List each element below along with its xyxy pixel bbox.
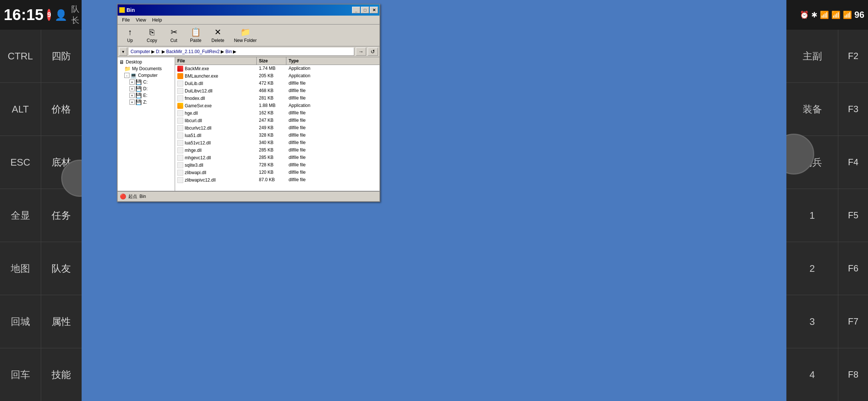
address-go-button[interactable]: → [356, 48, 366, 56]
tree-d[interactable]: + 💾 D: [129, 85, 173, 92]
btn-duiyou[interactable]: 队友 [41, 242, 82, 295]
addr-d[interactable]: D: [156, 49, 160, 54]
tree-mydocs[interactable]: 📁 My Documents [124, 65, 173, 72]
addr-computer[interactable]: Computer [131, 49, 150, 54]
ship-label: 队长 [71, 4, 79, 26]
btn-f4[interactable]: F4 [838, 136, 868, 189]
btn-shuxing[interactable]: 属性 [41, 295, 82, 348]
address-refresh-button[interactable]: ↺ [368, 48, 378, 56]
btn-f3[interactable]: F3 [838, 83, 868, 136]
tree-e-expand[interactable]: + [129, 93, 135, 98]
label-fmodex: fmodex.dll [185, 96, 205, 101]
btn-zhuangbei[interactable]: 装备 [786, 83, 838, 136]
file-row-libcurl12[interactable]: libcurlvc12.dll 249 KB dllfile file [175, 124, 379, 132]
file-name-lua5112: lua51vc12.dll [175, 140, 257, 146]
btn-jineng[interactable]: 技能 [41, 348, 82, 401]
file-row-hge[interactable]: hge.dll 162 KB dllfile file [175, 110, 379, 117]
btn-2[interactable]: 2 [786, 242, 838, 295]
tree-c[interactable]: + 💾 C: [129, 79, 173, 85]
menu-help[interactable]: Help [149, 16, 165, 23]
toolbar-paste-label: Paste [190, 38, 201, 43]
file-row-duilib[interactable]: DuiLib.dll 472 KB dllfile file [175, 80, 379, 87]
toolbar-cut-button[interactable]: ✂ Cut [164, 26, 184, 45]
menu-view[interactable]: View [133, 16, 149, 23]
toolbar-newfolder-button[interactable]: 📁 New Folder [230, 26, 261, 45]
file-row-backmirexe[interactable]: BackMir.exe 1.74 MB Application [175, 65, 379, 72]
btn-f8[interactable]: F8 [838, 348, 868, 401]
file-row-bmlauncher[interactable]: BMLauncher.exe 205 KB Application [175, 72, 379, 80]
tree-desktop-label: Desktop [126, 59, 142, 65]
col-header-name[interactable]: File [175, 57, 257, 65]
tree-computer[interactable]: - 💻 Computer [124, 72, 173, 79]
btn-renwu[interactable]: 任务 [41, 189, 82, 242]
toolbar-paste-button[interactable]: 📋 Paste [185, 26, 206, 45]
file-row-mhge[interactable]: mhge.dll 285 KB dllfile file [175, 147, 379, 154]
btn-zhufù[interactable]: 主副 [786, 30, 838, 82]
btn-huiche[interactable]: 回车 [0, 348, 41, 401]
btn-f5[interactable]: F5 [838, 189, 868, 242]
user-icon: 👤 [55, 9, 68, 21]
btn-alt[interactable]: ALT [0, 83, 41, 136]
tree-mydocs-label: My Documents [132, 66, 162, 71]
btn-huicheng[interactable]: 回城 [0, 295, 41, 348]
btn-f2[interactable]: F2 [838, 30, 868, 82]
tree-e[interactable]: + 💾 E: [129, 92, 173, 99]
addr-backmirdir[interactable]: BackMir_2.11.00_FullRev2 [166, 49, 220, 54]
file-row-zlibwapi12[interactable]: zlibwapivc12.dll 87.0 KB dllfile file [175, 176, 379, 184]
btn-f6[interactable]: F6 [838, 242, 868, 295]
desktop-icon: 🖥 [119, 59, 124, 65]
tree-desktop[interactable]: 🖥 Desktop [119, 59, 173, 65]
toolbar-copy-button[interactable]: ⎘ Copy [142, 26, 162, 45]
file-row-lua5112[interactable]: lua51vc12.dll 340 KB dllfile file [175, 139, 379, 147]
file-row-gamesvr[interactable]: GameSvr.exe 1.88 MB Application [175, 102, 379, 110]
btn-quanxian[interactable]: 全显 [0, 189, 41, 242]
file-row-fmodex[interactable]: fmodex.dll 281 KB dllfile file [175, 95, 379, 102]
file-row-mhge12[interactable]: mhgevc12.dll 285 KB dllfile file [175, 154, 379, 162]
type-libcurl: dllfile file [286, 117, 379, 124]
btn-esc[interactable]: ESC [0, 136, 41, 189]
icon-gamesvr [177, 103, 183, 109]
file-row-duilib12[interactable]: DuiLibvc12.dll 468 KB dllfile file [175, 87, 379, 95]
maximize-button[interactable]: □ [361, 7, 369, 13]
toolbar-delete-button[interactable]: ✕ Delete [207, 26, 228, 45]
addr-bin[interactable]: Bin [226, 49, 232, 54]
tree-computer-expand[interactable]: - [124, 73, 129, 78]
file-row-zlibwapi[interactable]: zlibwapi.dll 120 KB dllfile file [175, 169, 379, 176]
file-row-libcurl[interactable]: libcurl.dll 247 KB dllfile file [175, 117, 379, 124]
toolbar-up-button[interactable]: ↑ Up [120, 26, 140, 45]
icon-lua51 [177, 133, 183, 138]
btn-jiage[interactable]: 价格 [41, 83, 82, 136]
window-title: Bin [126, 7, 135, 13]
icon-zlibwapi [177, 170, 183, 176]
tree-c-expand[interactable]: + [129, 79, 135, 85]
btn-1[interactable]: 1 [786, 189, 838, 242]
col-header-size[interactable]: Size [257, 57, 286, 65]
toolbar-up-label: Up [127, 38, 133, 43]
address-dropdown[interactable]: ▼ [119, 48, 127, 56]
btn-f7[interactable]: F7 [838, 295, 868, 348]
window-controls: _ □ ✕ [352, 7, 378, 13]
close-button[interactable]: ✕ [370, 7, 378, 13]
minimize-button[interactable]: _ [352, 7, 360, 13]
file-row-sqlite[interactable]: sqlite3.dll 728 KB dllfile file [175, 162, 379, 169]
file-row-lua51[interactable]: lua51.dll 328 KB dllfile file [175, 132, 379, 139]
col-header-type[interactable]: Type [286, 57, 379, 65]
tree-z-expand[interactable]: + [129, 100, 135, 105]
tree-d-expand[interactable]: + [129, 86, 135, 91]
menu-file[interactable]: File [119, 16, 133, 23]
btn-row-zhuangbei: 装备 F3 [786, 83, 868, 136]
file-name-hge: hge.dll [175, 110, 257, 117]
size-sqlite: 728 KB [257, 162, 286, 169]
btn-sifang[interactable]: 四防 [41, 30, 82, 82]
size-libcurl: 247 KB [257, 117, 286, 124]
icon-lua5112 [177, 140, 183, 146]
btn-ditu[interactable]: 地图 [0, 242, 41, 295]
tree-z[interactable]: + 💾 Z: [129, 99, 173, 105]
icon-sqlite [177, 162, 183, 168]
file-name-bmlauncher: BMLauncher.exe [175, 73, 257, 79]
btn-3[interactable]: 3 [786, 295, 838, 348]
icon-fmodex [177, 95, 183, 101]
btn-4[interactable]: 4 [786, 348, 838, 401]
btn-ctrl[interactable]: CTRL [0, 30, 41, 82]
type-libcurl12: dllfile file [286, 125, 379, 131]
